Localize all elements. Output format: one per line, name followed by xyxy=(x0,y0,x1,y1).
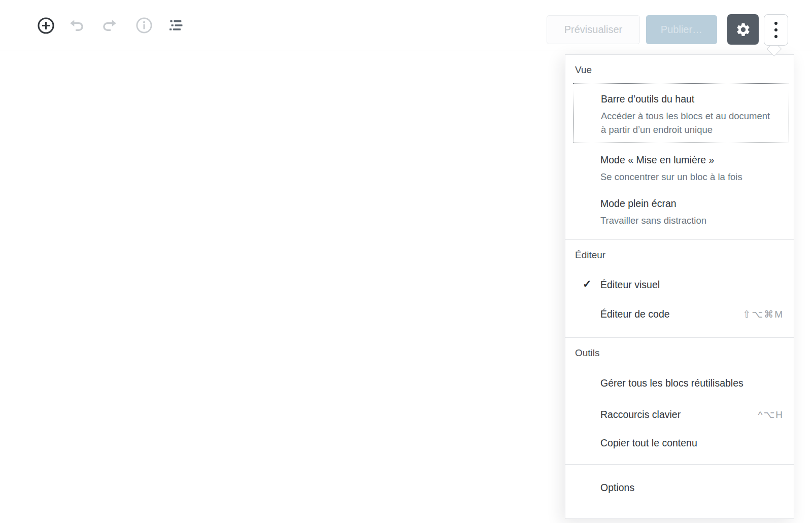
menu-item-copy-all-content[interactable]: Copier tout le contenu xyxy=(565,421,794,449)
menu-item-options[interactable]: Options xyxy=(565,465,794,494)
more-options-button[interactable] xyxy=(764,14,788,46)
info-icon xyxy=(136,17,153,34)
keyboard-shortcut: ^⌥H xyxy=(758,409,784,421)
menu-section-label: Vue xyxy=(565,55,794,77)
keyboard-shortcut: ⇧⌥⌘M xyxy=(742,308,784,320)
gear-icon xyxy=(735,22,751,38)
menu-section-label: Outils xyxy=(565,338,794,360)
check-icon: ✓ xyxy=(583,277,592,291)
preview-button[interactable]: Prévisualiser xyxy=(547,15,640,44)
more-menu-popover: Vue Barre d’outils du haut Accéder à tou… xyxy=(565,54,794,519)
menu-item-manage-reusable-blocks[interactable]: Gérer tous les blocs réutilisables xyxy=(565,360,794,390)
redo-button[interactable] xyxy=(99,16,118,34)
menu-item-fullscreen-mode[interactable]: Mode plein écran Travailler sans distrac… xyxy=(565,184,794,227)
vertical-ellipsis-icon xyxy=(774,22,777,38)
add-block-button[interactable] xyxy=(37,16,55,34)
circled-plus-icon xyxy=(37,17,55,34)
undo-icon xyxy=(69,17,86,34)
menu-item-code-editor[interactable]: Éditeur de code ⇧⌥⌘M xyxy=(565,291,794,321)
menu-section-label: Éditeur xyxy=(565,240,794,262)
menu-item-spotlight-mode[interactable]: Mode « Mise en lumière » Se concentrer s… xyxy=(565,143,794,184)
publish-button[interactable]: Publier… xyxy=(646,15,717,44)
menu-item-visual-editor[interactable]: ✓ Éditeur visuel xyxy=(565,262,794,291)
content-structure-icon xyxy=(167,17,184,34)
content-info-button[interactable] xyxy=(135,16,153,34)
redo-icon xyxy=(100,17,117,34)
menu-section-vue: Vue Barre d’outils du haut Accéder à tou… xyxy=(565,55,794,239)
undo-button[interactable] xyxy=(68,16,86,34)
menu-item-keyboard-shortcuts[interactable]: Raccourcis clavier ^⌥H xyxy=(565,390,794,421)
menu-section-outils: Outils Gérer tous les blocs réutilisable… xyxy=(565,337,794,464)
menu-section-editeur: Éditeur ✓ Éditeur visuel Éditeur de code… xyxy=(565,239,794,337)
menu-item-top-toolbar[interactable]: Barre d’outils du haut Accéder à tous le… xyxy=(573,83,789,143)
settings-sidebar-button[interactable] xyxy=(727,14,759,45)
editor-toolbar: Prévisualiser Publier… xyxy=(0,0,812,51)
menu-section-options: Options xyxy=(565,464,794,506)
block-navigation-button[interactable] xyxy=(166,16,185,34)
